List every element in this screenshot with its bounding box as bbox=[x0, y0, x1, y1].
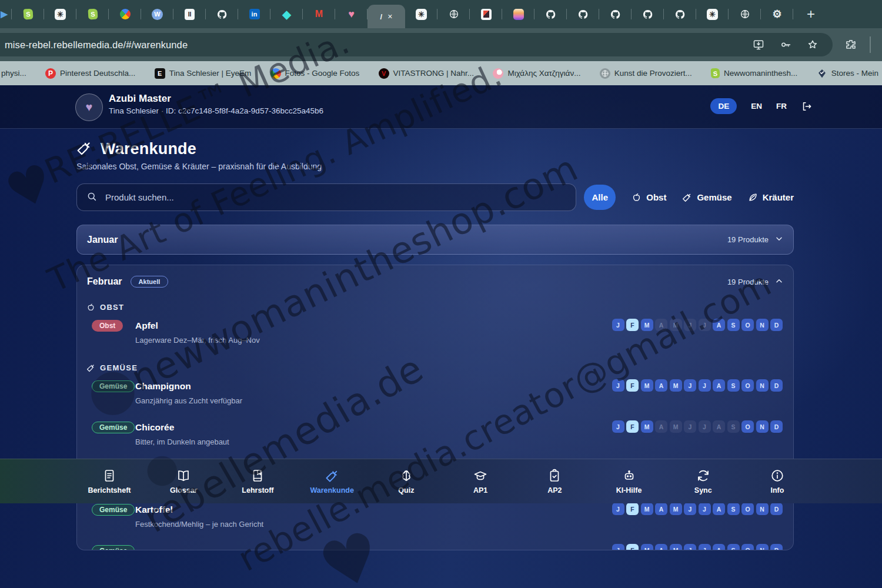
month-pill-11: N bbox=[756, 544, 769, 550]
pinned-tab-wordpress[interactable]: W bbox=[141, 0, 173, 28]
pinned-tab-github[interactable] bbox=[206, 0, 238, 28]
category-header-obst: OBST bbox=[86, 303, 793, 312]
logout-icon[interactable] bbox=[801, 101, 813, 112]
nav-item-berichtsheft[interactable]: Berichtsheft bbox=[81, 459, 138, 503]
pinned-tab-ai-swirl-2[interactable]: ✳ bbox=[405, 0, 437, 28]
nav-item-ap2[interactable]: AP2 bbox=[526, 459, 583, 503]
bookmark-item[interactable]: physi... bbox=[1, 69, 26, 78]
close-tab-icon[interactable]: × bbox=[387, 12, 392, 21]
language-button-de[interactable]: DE bbox=[710, 98, 737, 114]
pinned-tab-github-3[interactable] bbox=[567, 0, 599, 28]
clipboard-icon bbox=[547, 469, 562, 483]
product-row[interactable]: GemüseJFMAMJJASOND bbox=[77, 543, 793, 550]
filter-alle[interactable]: Alle bbox=[584, 185, 616, 210]
shopify-icon: S bbox=[711, 68, 720, 79]
bookmark-star-icon[interactable] bbox=[807, 39, 818, 51]
bookmark-label: Pinterest Deutschla... bbox=[60, 69, 135, 78]
bookmark-item[interactable]: Kunst die Provoziert... bbox=[600, 68, 692, 79]
month-pill-1: J bbox=[612, 544, 624, 550]
bookmark-item[interactable]: PPinterest Deutschla... bbox=[45, 68, 135, 79]
shopify-icon: S bbox=[24, 9, 33, 19]
pinned-tab-image-site[interactable] bbox=[470, 0, 502, 28]
bookmark-item[interactable]: Μιχάλης Χατζηγιάν... bbox=[493, 68, 580, 79]
pinned-tab-shared-link[interactable]: ▶ bbox=[0, 0, 12, 28]
nav-item-quiz[interactable]: Quiz bbox=[378, 459, 435, 503]
month-pill-3: M bbox=[641, 379, 653, 392]
pinned-tab-github-2[interactable] bbox=[534, 0, 567, 28]
month-section-januar[interactable]: Januar 19 Produkte bbox=[76, 225, 794, 255]
month-pill-12: D bbox=[770, 420, 783, 433]
globe-icon bbox=[740, 9, 750, 19]
product-row-chicorée[interactable]: GemüseChicoréeBitter, im Dunkeln angebau… bbox=[77, 419, 793, 460]
nav-item-sync[interactable]: Sync bbox=[675, 459, 731, 503]
carrot-icon bbox=[682, 192, 692, 202]
pinned-tab-heart-app[interactable]: ♥ bbox=[335, 0, 368, 28]
pinned-tab-github-6[interactable] bbox=[664, 0, 696, 28]
bookmark-icon bbox=[250, 469, 265, 483]
address-bar[interactable]: mise-rebel.rebellemedia.de/#/warenkunde bbox=[0, 33, 833, 56]
search-box[interactable] bbox=[76, 183, 576, 211]
info-icon bbox=[770, 469, 784, 483]
month-pill-11: N bbox=[756, 379, 769, 392]
product-row-champignon[interactable]: GemüseChampignonGanzjährig aus Zucht ver… bbox=[77, 378, 793, 419]
month-pill-10: O bbox=[741, 544, 754, 550]
page-title: Warenkunde bbox=[101, 140, 196, 158]
month-pill-3: M bbox=[641, 503, 653, 515]
pinned-tab-diamond-app[interactable]: ◆ bbox=[270, 0, 303, 28]
pinned-tab-shopify-store[interactable]: S bbox=[12, 0, 44, 28]
nav-item-ki-hilfe[interactable]: KI-Hilfe bbox=[601, 459, 657, 503]
pinned-tab-ai-swirl[interactable]: ✳ bbox=[44, 0, 76, 28]
month-section-februar[interactable]: Februar Aktuell 19 Produkte bbox=[77, 265, 793, 295]
nav-item-warenkunde[interactable]: Warenkunde bbox=[304, 459, 360, 503]
bookmark-item[interactable]: ETina Schlesier | EyeEm bbox=[155, 68, 252, 79]
pinned-tab-linkedin[interactable]: in bbox=[238, 0, 270, 28]
pinned-tab-google-photos[interactable] bbox=[109, 0, 141, 28]
nav-label: Berichtsheft bbox=[88, 486, 131, 495]
nav-item-lehrstoff[interactable]: Lehrstoff bbox=[229, 459, 286, 503]
month-pill-5: M bbox=[670, 420, 682, 433]
password-key-icon[interactable] bbox=[780, 39, 791, 51]
language-button-fr[interactable]: FR bbox=[776, 102, 787, 111]
nav-item-ap1[interactable]: AP1 bbox=[452, 459, 509, 503]
filter-obst[interactable]: Obst bbox=[632, 192, 666, 202]
nav-item-glossar[interactable]: Glossar bbox=[155, 459, 212, 503]
screen: ▶S✳SWIIin◆M♥/×✳✳⚙+ mise-rebel.rebellemed… bbox=[0, 0, 882, 588]
robot-icon bbox=[622, 469, 636, 483]
bookmark-item[interactable]: Fotos - Google Fotos bbox=[270, 68, 360, 79]
active-tab[interactable]: /× bbox=[368, 5, 405, 28]
pinned-tab-gmail[interactable]: M bbox=[303, 0, 335, 28]
bookmark-item[interactable]: Stores - Mein bbox=[817, 68, 878, 79]
month-pill-11: N bbox=[756, 319, 769, 331]
pinned-tab-github-5[interactable] bbox=[632, 0, 664, 28]
pinned-tab-settings-gear[interactable]: ⚙ bbox=[761, 0, 793, 28]
photos-icon bbox=[120, 9, 131, 19]
product-row-apfel[interactable]: ObstApfelLagerware Dez–Mär, frisch Aug–N… bbox=[77, 318, 793, 355]
product-description: Festkochend/Mehlig – je nach Gericht bbox=[135, 520, 263, 529]
pinned-tab-shopify-store-2[interactable]: S bbox=[76, 0, 109, 28]
new-tab-button[interactable]: + bbox=[797, 0, 825, 28]
pinned-tab-gradient-app[interactable] bbox=[502, 0, 534, 28]
pinned-tab-ai-swirl-3[interactable]: ✳ bbox=[696, 0, 729, 28]
filter-gemüse[interactable]: Gemüse bbox=[682, 192, 731, 202]
nav-item-info[interactable]: Info bbox=[749, 459, 806, 503]
gear-icon: ⚙ bbox=[772, 9, 781, 19]
product-row-kartoffel[interactable]: GemüseKartoffelFestkochend/Mehlig – je n… bbox=[77, 502, 793, 543]
chevron-up-icon[interactable] bbox=[774, 276, 784, 288]
extensions-icon[interactable] bbox=[845, 38, 857, 50]
chevron-down-icon[interactable] bbox=[774, 234, 784, 245]
pinned-tab-web-globe-2[interactable] bbox=[729, 0, 761, 28]
product-title: Kartoffel bbox=[135, 505, 173, 515]
search-input[interactable] bbox=[104, 192, 566, 203]
language-button-en[interactable]: EN bbox=[751, 102, 762, 111]
filter-kräuter[interactable]: Kräuter bbox=[748, 192, 794, 202]
sync-icon bbox=[696, 469, 710, 483]
pinned-tab-github-4[interactable] bbox=[599, 0, 632, 28]
pinned-tab-pause-media[interactable]: II bbox=[173, 0, 206, 28]
install-app-icon[interactable] bbox=[753, 39, 764, 51]
bookmark-item[interactable]: VVITASTRONG | Nahr... bbox=[379, 68, 475, 79]
pinned-tab-web-globe[interactable] bbox=[437, 0, 470, 28]
nav-label: Info bbox=[771, 486, 784, 495]
month-pill-11: N bbox=[756, 420, 769, 433]
bookmark-item[interactable]: SNewwomaninthesh... bbox=[711, 68, 797, 78]
month-pill-6: J bbox=[684, 503, 696, 515]
